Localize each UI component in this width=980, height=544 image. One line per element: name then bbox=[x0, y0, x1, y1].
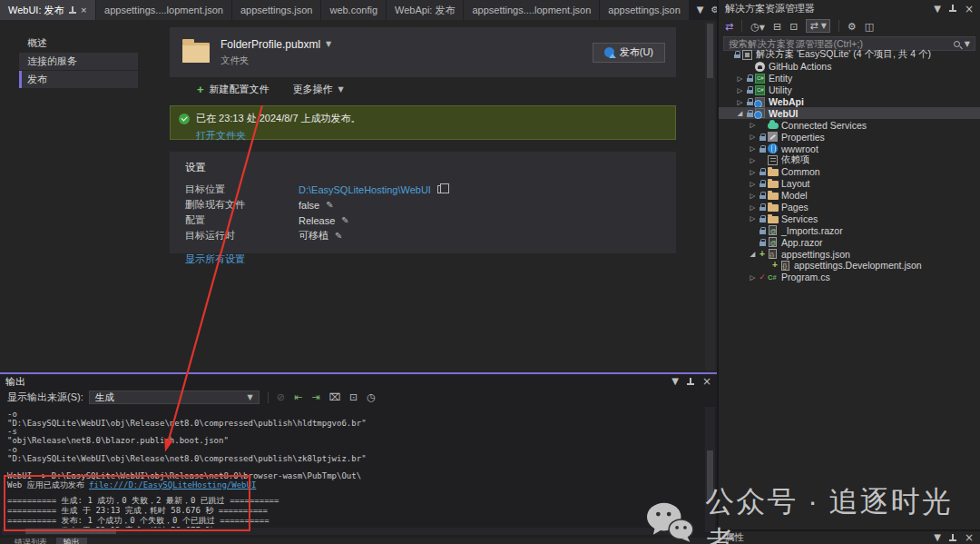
previous-message-icon[interactable]: ⇤ bbox=[294, 392, 302, 402]
new-profile-button[interactable]: + 新建配置文件 bbox=[197, 83, 270, 96]
tree-item--easysqlite-4-4-[interactable]: 解决方案 'EasySQLite' (4 个项目, 共 4 个) bbox=[719, 49, 980, 61]
expander-icon[interactable]: ▷ bbox=[748, 168, 758, 176]
editor-tab-5[interactable]: appsettings....lopment.json bbox=[464, 0, 599, 20]
editor-tab-4[interactable]: WebApi: 发布 bbox=[387, 0, 463, 20]
stop-logging-icon[interactable]: ⊘ bbox=[277, 392, 285, 402]
expander-icon[interactable]: ▷ bbox=[735, 74, 745, 83]
pin-icon[interactable] bbox=[687, 378, 694, 386]
profile-name-dropdown[interactable]: FolderProfile.pubxml ▼ bbox=[220, 38, 331, 51]
close-icon[interactable]: × bbox=[81, 5, 88, 15]
tree-item-entity[interactable]: ▷Entity bbox=[719, 73, 980, 84]
output-hscroll-thumb[interactable] bbox=[25, 529, 116, 534]
expander-icon[interactable]: ▷ bbox=[748, 214, 758, 223]
output-file-link[interactable]: file:///D:/EasySQLiteHosting/WebUI bbox=[89, 480, 256, 490]
deps-icon bbox=[767, 155, 779, 165]
tree-item-connected-services[interactable]: ▷Connected Services bbox=[719, 119, 980, 131]
bottom-tab[interactable]: 错误列表 bbox=[7, 538, 54, 544]
publish-button[interactable]: 发布(U) bbox=[593, 43, 665, 63]
tree-item-properties[interactable]: ▷Properties bbox=[719, 131, 980, 143]
tree-item-pages[interactable]: ▷Pages bbox=[719, 202, 980, 213]
tree-item-label: Pages bbox=[781, 202, 808, 213]
expander-icon[interactable]: ▷ bbox=[748, 144, 758, 153]
bottom-tab[interactable]: 输出 bbox=[56, 538, 87, 544]
clear-all-icon[interactable]: ⌧ bbox=[328, 392, 340, 402]
copy-icon[interactable] bbox=[437, 185, 445, 193]
more-actions-button[interactable]: 更多操作 ▼ bbox=[293, 83, 344, 96]
settings-rows: 目标位置D:\EasySQLiteHosting\WebUI删除现有文件fals… bbox=[185, 182, 676, 243]
tree-item-services[interactable]: ▷Services bbox=[719, 213, 980, 224]
window-position-icon[interactable]: ▼ bbox=[934, 5, 941, 14]
publish-nav-item[interactable]: 概述 bbox=[19, 35, 138, 52]
editor-tab-1[interactable]: appsettings....lopment.json bbox=[96, 0, 231, 20]
expander-icon[interactable]: ▷ bbox=[748, 156, 758, 164]
editor-tab-2[interactable]: appsettings.json bbox=[232, 0, 321, 20]
expander-icon[interactable]: ◢ bbox=[735, 109, 745, 117]
output-horizontal-scrollbar[interactable] bbox=[2, 528, 691, 535]
publish-nav-item[interactable]: 连接的服务 bbox=[19, 53, 138, 70]
expander-icon[interactable]: ▷ bbox=[748, 180, 758, 188]
tree-item-utility[interactable]: ▷Utility bbox=[719, 84, 980, 96]
tree-item-appsettings-development-json[interactable]: +appsettings.Development.json bbox=[719, 260, 980, 272]
editor-tab-3[interactable]: web.config bbox=[321, 0, 386, 20]
setting-row: 目标运行时可移植✎ bbox=[185, 228, 676, 243]
collapse-all-icon[interactable]: ⊟ bbox=[773, 21, 781, 32]
tree-item-program-cs[interactable]: ▷✓Program.cs bbox=[719, 272, 980, 283]
expander-icon[interactable]: ▷ bbox=[748, 273, 758, 282]
tree-item-appsettings-json[interactable]: ◢+appsettings.json bbox=[719, 248, 980, 260]
close-icon[interactable]: × bbox=[965, 4, 974, 15]
output-log-text[interactable]: -o"D:\EasySQLite\WebUI\obj\Release\net8.… bbox=[7, 410, 697, 536]
status-mark bbox=[758, 192, 767, 199]
expander-icon[interactable]: ▷ bbox=[748, 203, 758, 212]
tree-item-webui[interactable]: ◢WebUI bbox=[719, 107, 980, 119]
expander-icon[interactable]: ▷ bbox=[748, 192, 758, 200]
tree-item-wwwroot[interactable]: ▷wwwroot bbox=[719, 143, 980, 154]
tree-item-webapi[interactable]: ▷WebApi bbox=[719, 96, 980, 108]
pencil-edit-icon[interactable]: ✎ bbox=[341, 215, 348, 225]
setting-value[interactable]: D:\EasySQLiteHosting\WebUI bbox=[299, 184, 445, 195]
word-wrap-icon[interactable]: ⊡ bbox=[349, 392, 358, 402]
timestamp-icon[interactable]: ◷ bbox=[367, 392, 376, 402]
publish-nav-active-item[interactable]: 发布 bbox=[19, 71, 138, 88]
pending-add-icon: + bbox=[772, 261, 778, 270]
tree-item--[interactable]: ▷依赖项 bbox=[719, 154, 980, 166]
next-message-icon[interactable]: ⇥ bbox=[311, 392, 319, 402]
wechat-watermark: 公众号 · 追逐时光者 bbox=[646, 482, 980, 544]
tree-item-model[interactable]: ▷Model bbox=[719, 190, 980, 202]
pencil-edit-icon[interactable]: ✎ bbox=[326, 200, 333, 210]
window-list-icon[interactable]: ▼ bbox=[697, 5, 704, 15]
chevron-down-icon: ▼ bbox=[326, 40, 331, 48]
setting-row: 删除现有文件false✎ bbox=[185, 197, 676, 213]
pin-icon[interactable] bbox=[949, 5, 956, 13]
close-icon[interactable]: × bbox=[702, 376, 711, 387]
solution-search-input[interactable] bbox=[729, 38, 954, 49]
editor-tab-0[interactable]: WebUI: 发布× bbox=[0, 0, 95, 20]
expander-icon[interactable]: ▷ bbox=[735, 86, 745, 94]
output-source-select[interactable]: 生成 ▼ bbox=[89, 391, 260, 404]
expander-icon[interactable]: ▷ bbox=[748, 133, 758, 141]
expander-icon[interactable]: ▷ bbox=[735, 98, 745, 106]
tree-item-app-razor[interactable]: App.razor bbox=[719, 236, 980, 248]
preview-icon[interactable]: ◫ bbox=[865, 21, 874, 32]
tree-item-common[interactable]: ▷Common bbox=[719, 166, 980, 178]
history-icon[interactable]: ◷▼ bbox=[750, 21, 765, 32]
editor-tab-6[interactable]: appsettings.json bbox=[600, 0, 689, 20]
pencil-edit-icon[interactable]: ✎ bbox=[335, 231, 342, 241]
pin-icon[interactable] bbox=[69, 6, 76, 15]
show-all-files-icon[interactable]: ⊡ bbox=[789, 21, 798, 32]
editor-scrollbar-thumb[interactable] bbox=[707, 24, 713, 78]
chevron-down-icon[interactable]: ▼ bbox=[965, 40, 970, 48]
tree-item--imports-razor[interactable]: _Imports.razor bbox=[719, 224, 980, 236]
switch-views-icon[interactable]: ⇄ bbox=[725, 21, 733, 32]
properties-wrench-icon[interactable]: ⚙ bbox=[848, 21, 857, 32]
sync-with-active-document-icon[interactable]: ⇄▼ bbox=[806, 19, 829, 33]
tree-item-github-actions[interactable]: GitHub Actions bbox=[719, 61, 980, 73]
expander-icon[interactable]: ◢ bbox=[748, 250, 758, 258]
editor-scrollbar[interactable] bbox=[705, 22, 715, 371]
show-all-settings-link[interactable]: 显示所有设置 bbox=[185, 252, 245, 266]
build-summary-line: ========== 生成: 1 成功，0 失败，2 最新，0 已跳过 ====… bbox=[7, 496, 697, 506]
expander-icon[interactable]: ▷ bbox=[748, 121, 758, 129]
tree-item-layout[interactable]: ▷Layout bbox=[719, 178, 980, 190]
window-position-icon[interactable]: ▼ bbox=[671, 377, 679, 386]
open-folder-link[interactable]: 打开文件夹 bbox=[196, 129, 246, 143]
search-icon[interactable] bbox=[954, 41, 960, 47]
